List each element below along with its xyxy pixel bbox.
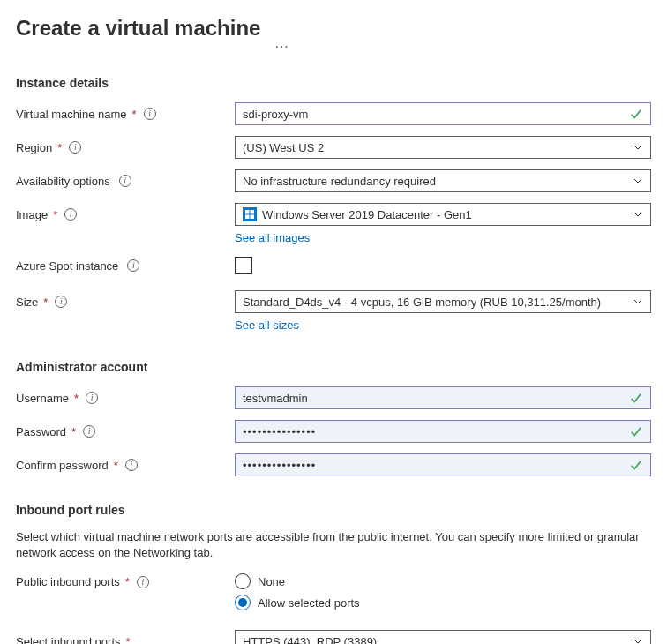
section-instance-details: Instance details xyxy=(16,76,651,90)
confirm-password-value: ••••••••••••••• xyxy=(243,459,624,472)
info-icon[interactable]: i xyxy=(64,208,77,221)
row-spot: Azure Spot instance i xyxy=(16,257,651,274)
label-spot: Azure Spot instance xyxy=(16,259,118,273)
required-asterisk: * xyxy=(126,635,131,644)
valid-check-icon xyxy=(629,424,643,438)
availability-value: No infrastructure redundancy required xyxy=(243,175,633,188)
spot-checkbox[interactable] xyxy=(235,257,252,274)
public-inbound-radio-group: None Allow selected ports xyxy=(235,573,651,610)
required-asterisk: * xyxy=(57,141,62,154)
required-asterisk: * xyxy=(114,459,118,472)
username-input[interactable] xyxy=(235,386,651,409)
section-admin-account: Administrator account xyxy=(16,360,651,374)
svg-rect-0 xyxy=(245,210,250,214)
vm-name-input[interactable] xyxy=(235,102,651,125)
valid-check-icon xyxy=(629,107,643,121)
row-public-inbound: Public inbound ports * i None Allow sele… xyxy=(16,573,651,610)
select-inbound-value: HTTPS (443), RDP (3389) xyxy=(243,635,633,644)
windows-icon xyxy=(243,207,257,221)
inbound-description: Select which virtual machine network por… xyxy=(16,529,651,561)
availability-dropdown[interactable]: No infrastructure redundancy required xyxy=(235,169,651,192)
label-username: Username xyxy=(16,392,69,405)
radio-label-none: None xyxy=(258,575,285,588)
radio-icon xyxy=(235,595,251,610)
label-region: Region xyxy=(16,141,52,154)
row-size: Size * i Standard_D4ds_v4 - 4 vcpus, 16 … xyxy=(16,290,651,313)
label-vm-name: Virtual machine name xyxy=(16,108,127,121)
page-title: Create a virtual machine xyxy=(16,16,260,41)
chevron-down-icon xyxy=(633,636,643,644)
row-password: Password * i ••••••••••••••• xyxy=(16,420,651,443)
radio-icon xyxy=(235,573,251,589)
row-confirm-password: Confirm password * i ••••••••••••••• xyxy=(16,453,651,476)
required-asterisk: * xyxy=(71,425,76,438)
label-image: Image xyxy=(16,208,48,221)
radio-option-allow[interactable]: Allow selected ports xyxy=(235,595,651,610)
region-dropdown[interactable]: (US) West US 2 xyxy=(235,136,651,159)
info-icon[interactable]: i xyxy=(69,141,81,154)
chevron-down-icon xyxy=(633,209,643,220)
label-confirm-password: Confirm password xyxy=(16,459,109,472)
size-value: Standard_D4ds_v4 - 4 vcpus, 16 GiB memor… xyxy=(243,296,633,309)
page-header: Create a virtual machine ··· xyxy=(16,16,651,76)
label-password: Password xyxy=(16,425,66,438)
svg-rect-1 xyxy=(251,210,255,214)
section-inbound-port-rules: Inbound port rules xyxy=(16,503,651,517)
info-icon[interactable]: i xyxy=(86,392,98,404)
password-value: ••••••••••••••• xyxy=(243,425,624,438)
required-asterisk: * xyxy=(53,208,57,221)
info-icon[interactable]: i xyxy=(119,175,131,187)
svg-rect-2 xyxy=(245,215,250,220)
size-dropdown[interactable]: Standard_D4ds_v4 - 4 vcpus, 16 GiB memor… xyxy=(235,290,651,313)
label-availability: Availability options xyxy=(16,175,110,188)
row-select-inbound: Select inbound ports * HTTPS (443), RDP … xyxy=(16,630,651,644)
info-icon[interactable]: i xyxy=(125,459,138,471)
row-availability: Availability options i No infrastructure… xyxy=(16,169,651,192)
chevron-down-icon xyxy=(633,296,643,307)
radio-option-none[interactable]: None xyxy=(235,573,651,589)
required-asterisk: * xyxy=(43,296,48,309)
radio-label-allow: Allow selected ports xyxy=(258,596,360,610)
row-image: Image * i Windows Server 2019 Datacenter… xyxy=(16,203,651,226)
row-username: Username * i xyxy=(16,386,651,409)
info-icon[interactable]: i xyxy=(127,259,139,272)
required-asterisk: * xyxy=(125,575,130,588)
chevron-down-icon xyxy=(633,176,643,186)
row-vm-name: Virtual machine name * i xyxy=(16,102,651,125)
image-dropdown[interactable]: Windows Server 2019 Datacenter - Gen1 xyxy=(235,203,651,226)
more-actions-button[interactable]: ··· xyxy=(274,37,289,55)
username-input-field[interactable] xyxy=(243,387,624,408)
region-value: (US) West US 2 xyxy=(243,141,633,154)
row-region: Region * i (US) West US 2 xyxy=(16,136,651,159)
info-icon[interactable]: i xyxy=(144,108,156,120)
required-asterisk: * xyxy=(74,392,79,405)
confirm-password-input[interactable]: ••••••••••••••• xyxy=(235,453,651,476)
svg-rect-3 xyxy=(251,215,255,220)
valid-check-icon xyxy=(629,391,643,405)
select-inbound-dropdown[interactable]: HTTPS (443), RDP (3389) xyxy=(235,630,651,644)
label-public-inbound: Public inbound ports xyxy=(16,575,120,588)
info-icon[interactable]: i xyxy=(137,576,149,588)
chevron-down-icon xyxy=(633,142,643,153)
required-asterisk: * xyxy=(132,108,137,121)
vm-name-input-field[interactable] xyxy=(243,103,624,124)
info-icon[interactable]: i xyxy=(83,425,95,438)
label-select-inbound: Select inbound ports xyxy=(16,635,121,644)
see-all-images-link[interactable]: See all images xyxy=(235,231,310,244)
valid-check-icon xyxy=(629,458,643,472)
info-icon[interactable]: i xyxy=(55,296,67,308)
image-value: Windows Server 2019 Datacenter - Gen1 xyxy=(262,208,633,221)
see-all-sizes-link[interactable]: See all sizes xyxy=(235,318,299,332)
label-size: Size xyxy=(16,296,38,309)
password-input[interactable]: ••••••••••••••• xyxy=(235,420,651,443)
